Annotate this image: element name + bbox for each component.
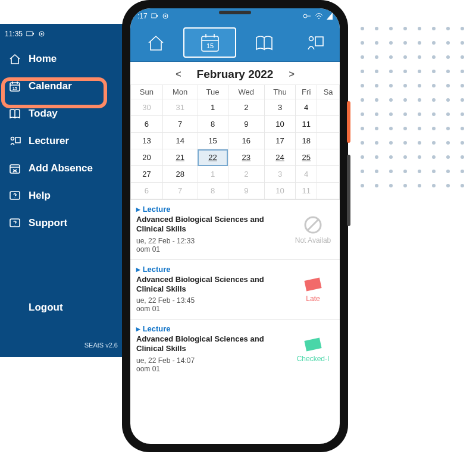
- event-status: Checked-I: [290, 336, 336, 363]
- weekday-header: Wed: [228, 85, 264, 99]
- calendar-day[interactable]: 13: [131, 133, 163, 149]
- event-item[interactable]: LectureAdvanced Biological Sciences and …: [130, 259, 340, 320]
- sidebar-item-today[interactable]: Today: [0, 100, 125, 127]
- events-list: LectureAdvanced Biological Sciences and …: [130, 199, 340, 444]
- gear-icon: [38, 30, 45, 37]
- calendar-day[interactable]: 25: [296, 149, 317, 166]
- event-item[interactable]: LectureAdvanced Biological Sciences and …: [130, 199, 340, 259]
- sidebar-item-home[interactable]: Home: [0, 45, 125, 73]
- calendar-day[interactable]: 16: [228, 133, 264, 149]
- book-icon: [8, 107, 21, 120]
- home-icon: [8, 52, 21, 65]
- calendar-day[interactable]: 9: [228, 183, 264, 199]
- calendar-day[interactable]: 2: [228, 99, 264, 116]
- not-available-icon: [303, 215, 323, 235]
- prev-month-button[interactable]: <: [171, 67, 186, 82]
- calendar-day[interactable]: 8: [198, 183, 228, 199]
- next-month-button[interactable]: >: [284, 67, 299, 82]
- svg-point-15: [318, 18, 320, 19]
- event-tag: Lecture: [136, 265, 334, 274]
- event-tag: Lecture: [136, 324, 334, 333]
- tab-lecturer[interactable]: [289, 24, 340, 61]
- phone-power-button: [347, 101, 350, 143]
- calendar-day[interactable]: 11: [296, 116, 317, 133]
- svg-rect-7: [10, 165, 20, 173]
- calendar-day[interactable]: 21: [162, 149, 198, 166]
- sidebar-time: 11:35: [5, 30, 23, 38]
- calendar-day: [317, 99, 340, 116]
- gear-icon: [162, 12, 169, 20]
- calendar-day[interactable]: 2: [228, 166, 264, 183]
- calendar-day[interactable]: 14: [162, 133, 198, 149]
- sidebar-version: SEAtS v2.6: [84, 342, 118, 349]
- calendar-day: [317, 183, 340, 199]
- sidebar-item-logout[interactable]: Logout: [0, 294, 125, 321]
- decorative-dots: [361, 27, 464, 187]
- calendar-day[interactable]: 6: [131, 116, 163, 133]
- event-status: Not Availab: [290, 215, 336, 245]
- sidebar: 11:35 Home 15 Calendar Today Lecturer Ad…: [0, 24, 125, 357]
- calendar-day[interactable]: 30: [131, 99, 163, 116]
- calendar-weekdays: SunMonTueWedThuFriSa: [131, 85, 340, 99]
- calendar-day[interactable]: 7: [162, 116, 198, 133]
- svg-text:15: 15: [206, 42, 213, 49]
- calendar-day[interactable]: 28: [162, 166, 198, 183]
- tab-calendar[interactable]: 15: [183, 27, 236, 58]
- calendar-day[interactable]: 22: [198, 149, 228, 166]
- calendar-day[interactable]: 20: [131, 149, 163, 166]
- calendar-day[interactable]: 11: [296, 183, 317, 199]
- calendar-day[interactable]: 6: [131, 183, 163, 199]
- svg-rect-1: [33, 33, 34, 35]
- sidebar-item-help[interactable]: Help: [0, 182, 125, 209]
- calendar-day[interactable]: 4: [296, 99, 317, 116]
- calendar-day[interactable]: 24: [264, 149, 295, 166]
- phone-earpiece: [219, 11, 251, 14]
- calendar-day[interactable]: 15: [198, 133, 228, 149]
- calendar-day[interactable]: 3: [264, 166, 295, 183]
- calendar-day[interactable]: 27: [131, 166, 163, 183]
- sidebar-item-add-absence[interactable]: Add Absence: [0, 155, 125, 182]
- sidebar-item-lecturer[interactable]: Lecturer: [0, 127, 125, 155]
- calendar-day[interactable]: 4: [296, 166, 317, 183]
- month-header: < February 2022 >: [130, 62, 340, 84]
- calendar-day[interactable]: 31: [162, 99, 198, 116]
- calendar-day[interactable]: 8: [198, 116, 228, 133]
- battery-icon: [151, 13, 158, 19]
- event-item[interactable]: LectureAdvanced Biological Sciences and …: [130, 319, 340, 379]
- weekday-header: Sun: [131, 85, 163, 99]
- calendar-day[interactable]: 1: [198, 99, 228, 116]
- calendar-day[interactable]: 10: [264, 116, 295, 133]
- phone-status-time: :17: [137, 12, 148, 20]
- vpn-icon: [303, 12, 311, 20]
- lecturer-icon: [8, 134, 21, 148]
- event-room: oom 01: [136, 305, 334, 313]
- calendar-day[interactable]: 18: [296, 133, 317, 149]
- calendar-day[interactable]: 9: [228, 116, 264, 133]
- absence-icon: [8, 162, 21, 175]
- weekday-header: Thu: [264, 85, 295, 99]
- calendar-day[interactable]: 3: [264, 99, 295, 116]
- weekday-header: Tue: [198, 85, 228, 99]
- calendar-day: [317, 149, 340, 166]
- checked-ticket-icon: [303, 336, 323, 353]
- svg-point-14: [303, 14, 307, 18]
- sidebar-item-support[interactable]: Support: [0, 209, 125, 237]
- calendar-day[interactable]: 17: [264, 133, 295, 149]
- calendar-day[interactable]: 23: [228, 149, 264, 166]
- phone-volume-button: [347, 155, 350, 226]
- sidebar-logout-label: Logout: [29, 302, 63, 314]
- event-tag: Lecture: [136, 205, 334, 214]
- calendar-day[interactable]: 7: [162, 183, 198, 199]
- svg-rect-10: [151, 14, 156, 18]
- tab-today[interactable]: [239, 24, 289, 61]
- tab-home[interactable]: [130, 24, 181, 61]
- sidebar-item-label: Calendar: [29, 80, 72, 92]
- svg-text:15: 15: [12, 86, 17, 90]
- support-icon: [8, 217, 21, 230]
- weekday-header: Fri: [296, 85, 317, 99]
- svg-rect-0: [26, 32, 33, 36]
- svg-point-18: [309, 36, 313, 40]
- calendar-day[interactable]: 10: [264, 183, 295, 199]
- sidebar-item-calendar[interactable]: 15 Calendar: [0, 73, 125, 100]
- calendar-day[interactable]: 1: [198, 166, 228, 183]
